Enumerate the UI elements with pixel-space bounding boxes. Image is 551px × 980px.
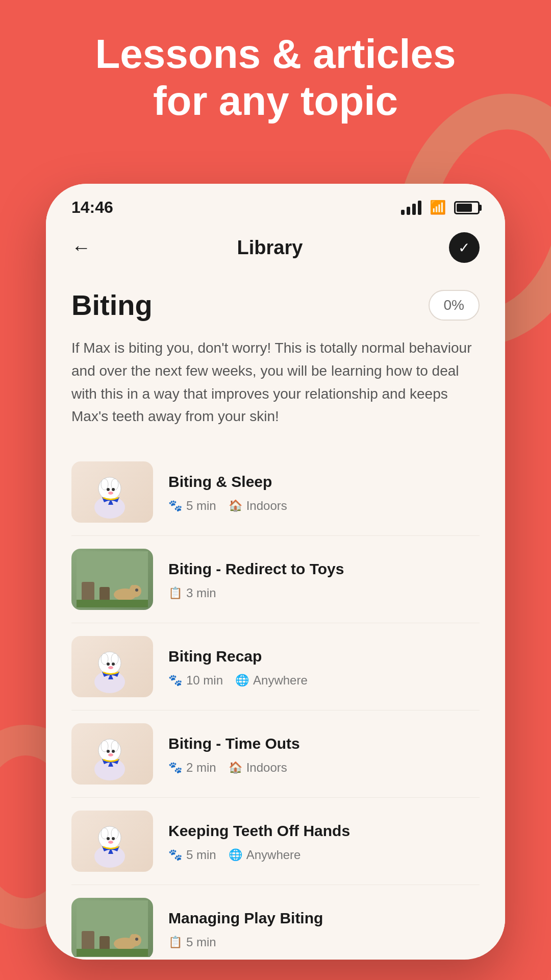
back-button[interactable]: ← [71, 237, 91, 259]
svg-point-41 [130, 934, 135, 941]
progress-badge: 0% [429, 290, 480, 321]
lesson-thumbnail [71, 549, 153, 610]
lesson-item[interactable]: Keeping Teeth Off Hands 🐾 5 min 🌐 Anywhe… [71, 798, 480, 885]
wifi-icon: 📶 [430, 200, 446, 215]
svg-point-28 [108, 753, 113, 756]
paw-icon: 🐾 [168, 761, 182, 774]
section-description: If Max is biting you, don't worry! This … [71, 337, 480, 428]
status-time: 14:46 [71, 198, 113, 217]
lesson-thumbnail [71, 811, 153, 872]
duration-meta: 🐾 5 min [168, 848, 216, 862]
battery-icon [454, 201, 480, 214]
duration-label: 5 min [186, 499, 216, 513]
lesson-info: Biting - Redirect to Toys 📋 3 min [168, 559, 480, 600]
duration-label: 10 min [186, 673, 223, 688]
lesson-list: Biting & Sleep 🐾 5 min 🏠 Indoors [71, 449, 480, 957]
duration-meta: 📋 5 min [168, 935, 216, 949]
home-icon: 🏠 [229, 499, 242, 512]
home-icon: 🏠 [229, 761, 242, 774]
lesson-meta: 📋 3 min [168, 586, 480, 600]
lesson-meta: 🐾 5 min 🏠 Indoors [168, 499, 480, 513]
article-icon: 📋 [168, 586, 182, 600]
lesson-thumbnail [71, 461, 153, 523]
paw-icon: 🐾 [168, 848, 182, 862]
svg-point-31 [101, 828, 108, 839]
duration-meta: 🐾 10 min [168, 673, 223, 688]
location-label: Anywhere [246, 848, 301, 862]
lesson-title: Biting & Sleep [168, 472, 480, 492]
location-meta: 🏠 Indoors [229, 761, 287, 775]
status-bar: 14:46 📶 [46, 184, 505, 222]
lesson-item[interactable]: Biting - Time Outs 🐾 2 min 🏠 Indoors [71, 710, 480, 798]
duration-meta: 🐾 5 min [168, 499, 216, 513]
location-label: Indoors [246, 499, 287, 513]
location-meta: 🌐 Anywhere [229, 848, 301, 862]
nav-title: Library [237, 237, 303, 259]
section-header: Biting 0% [71, 288, 480, 322]
check-icon: ✓ [458, 239, 470, 256]
svg-point-6 [108, 492, 113, 495]
svg-point-20 [112, 663, 115, 666]
content-area: Biting 0% If Max is biting you, don't wo… [46, 273, 505, 957]
duration-meta: 📋 3 min [168, 586, 216, 600]
lesson-title: Keeping Teeth Off Hands [168, 821, 480, 841]
lesson-item[interactable]: Managing Play Biting 📋 5 min [71, 885, 480, 957]
paw-icon: 🐾 [168, 499, 182, 512]
svg-point-34 [112, 837, 115, 840]
svg-point-4 [107, 488, 110, 491]
duration-label: 3 min [186, 586, 216, 600]
svg-point-24 [101, 741, 108, 752]
check-button[interactable]: ✓ [449, 232, 480, 263]
globe-icon: 🌐 [235, 674, 249, 687]
svg-point-42 [135, 938, 138, 941]
globe-icon: 🌐 [229, 848, 242, 862]
duration-label: 5 min [186, 848, 216, 862]
svg-point-33 [107, 837, 110, 840]
nav-bar: ← Library ✓ [46, 222, 505, 273]
lesson-info: Biting - Time Outs 🐾 2 min 🏠 Indoors [168, 733, 480, 775]
lesson-title: Biting Recap [168, 646, 480, 666]
lesson-info: Keeping Teeth Off Hands 🐾 5 min 🌐 Anywhe… [168, 821, 480, 862]
svg-rect-14 [77, 600, 148, 607]
svg-point-2 [101, 479, 108, 490]
lesson-thumbnail [71, 898, 153, 957]
lesson-meta: 📋 5 min [168, 935, 480, 949]
svg-point-17 [101, 653, 108, 665]
lesson-info: Biting Recap 🐾 10 min 🌐 Anywhere [168, 646, 480, 688]
lesson-title: Biting - Time Outs [168, 733, 480, 753]
lesson-info: Biting & Sleep 🐾 5 min 🏠 Indoors [168, 472, 480, 513]
location-label: Anywhere [253, 673, 308, 688]
lesson-meta: 🐾 2 min 🏠 Indoors [168, 761, 480, 775]
location-meta: 🏠 Indoors [229, 499, 287, 513]
svg-point-35 [108, 841, 113, 844]
svg-rect-43 [77, 949, 148, 957]
lesson-item[interactable]: Biting - Redirect to Toys 📋 3 min [71, 536, 480, 623]
svg-point-19 [107, 663, 110, 666]
battery-fill [457, 204, 472, 212]
lesson-meta: 🐾 10 min 🌐 Anywhere [168, 673, 480, 688]
section-title: Biting [71, 288, 153, 322]
svg-point-21 [108, 666, 113, 669]
lesson-thumbnail [71, 723, 153, 785]
duration-label: 2 min [186, 761, 216, 775]
lesson-thumbnail [71, 636, 153, 697]
signal-icon [401, 201, 421, 215]
lesson-title: Managing Play Biting [168, 908, 480, 928]
lesson-item[interactable]: Biting Recap 🐾 10 min 🌐 Anywhere [71, 623, 480, 710]
status-icons: 📶 [401, 200, 480, 215]
location-meta: 🌐 Anywhere [235, 673, 308, 688]
duration-label: 5 min [186, 935, 216, 949]
svg-point-12 [130, 585, 135, 592]
hero-line2: for any topic [41, 78, 510, 125]
lesson-item[interactable]: Biting & Sleep 🐾 5 min 🏠 Indoors [71, 449, 480, 536]
hero-text: Lessons & articles for any topic [0, 31, 551, 125]
svg-point-5 [112, 488, 115, 491]
duration-meta: 🐾 2 min [168, 761, 216, 775]
article-icon: 📋 [168, 936, 182, 949]
location-label: Indoors [246, 761, 287, 775]
lesson-info: Managing Play Biting 📋 5 min [168, 908, 480, 949]
phone-frame: 14:46 📶 ← Library ✓ Biting 0% If Max is … [46, 184, 505, 960]
hero-line1: Lessons & articles [41, 31, 510, 78]
svg-point-26 [107, 750, 110, 753]
svg-point-13 [135, 589, 138, 592]
